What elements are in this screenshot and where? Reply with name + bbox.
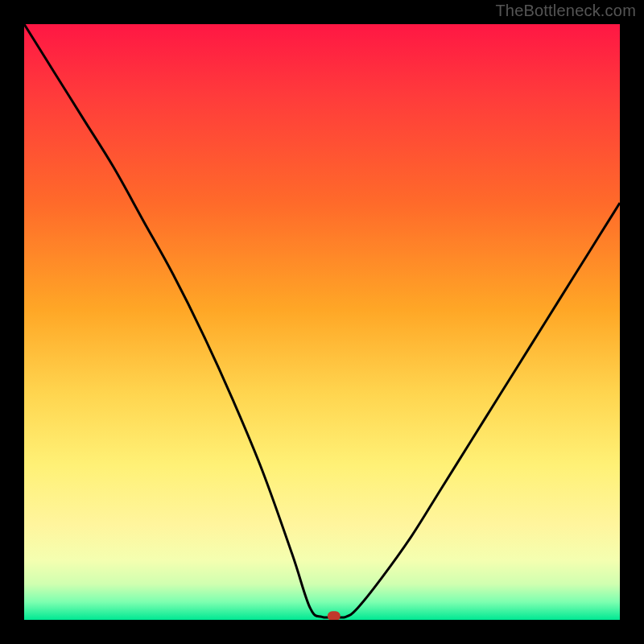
watermark-text: TheBottleneck.com bbox=[495, 2, 636, 20]
plot-area bbox=[24, 24, 620, 620]
chart-frame: TheBottleneck.com bbox=[0, 0, 644, 644]
optimum-marker bbox=[328, 611, 341, 620]
chart-svg bbox=[24, 24, 620, 620]
gradient-background bbox=[24, 24, 620, 620]
